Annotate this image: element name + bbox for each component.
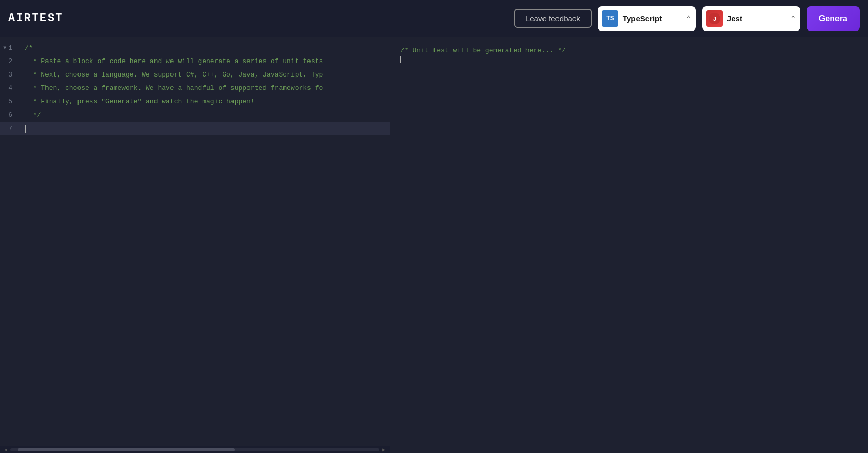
scrollbar-right-arrow[interactable]: ▶ [380, 447, 388, 452]
code-content-1: /* [21, 41, 33, 55]
framework-dropdown[interactable]: J Jest ⌃ [702, 6, 800, 31]
code-content-3: * Next, choose a language. We support C#… [21, 68, 323, 82]
language-label: TypeScript [623, 14, 683, 23]
code-line-4: 4 * Then, choose a framework. We have a … [0, 82, 390, 95]
line-number-2: 2 [0, 55, 21, 68]
scrollbar-left-arrow[interactable]: ◀ [2, 447, 9, 452]
fold-arrow-1: ▼ [3, 41, 6, 55]
code-content-5: * Finally, press "Generate" and watch th… [21, 95, 255, 109]
code-content-2: * Paste a block of code here and we will… [21, 55, 323, 68]
code-line-3: 3 * Next, choose a language. We support … [0, 68, 390, 82]
app-header: AIRTEST Leave feedback TS TypeScript ⌃ J… [0, 0, 868, 37]
svg-text:J: J [713, 15, 716, 21]
logo-air: AIR [8, 12, 32, 25]
framework-label: Jest [727, 14, 787, 23]
line-number-1: ▼ 1 [0, 41, 21, 55]
scrollbar-track[interactable] [10, 448, 379, 451]
main-content: ▼ 1 /* 2 * Paste a block of code here an… [0, 37, 868, 453]
output-cursor [400, 56, 401, 63]
line-number-4: 4 [0, 82, 21, 95]
generate-button[interactable]: Genera [807, 6, 860, 31]
code-line-7: 7 [0, 122, 390, 135]
code-editor-panel[interactable]: ▼ 1 /* 2 * Paste a block of code here an… [0, 37, 390, 453]
scrollbar-thumb[interactable] [18, 448, 235, 451]
logo-test: TEST [32, 12, 64, 25]
line-number-6: 6 [0, 109, 21, 122]
text-cursor [25, 125, 26, 133]
code-content-7 [21, 122, 26, 135]
header-controls: Leave feedback TS TypeScript ⌃ J Jest ⌃ … [514, 6, 860, 31]
app-logo: AIRTEST [8, 12, 63, 25]
output-placeholder-text: /* Unit test will be generated here... *… [400, 47, 566, 54]
line-number-5: 5 [0, 95, 21, 109]
code-content-4: * Then, choose a framework. We have a ha… [21, 82, 323, 95]
framework-chevron-down-icon: ⌃ [791, 14, 795, 23]
chevron-down-icon: ⌃ [686, 14, 690, 23]
line-number-7: 7 [0, 122, 21, 135]
line-number-3: 3 [0, 68, 21, 82]
editor-scrollbar[interactable]: ◀ ▶ [0, 446, 390, 453]
editor-lines: ▼ 1 /* 2 * Paste a block of code here an… [0, 37, 390, 446]
output-panel: /* Unit test will be generated here... *… [390, 37, 868, 453]
jest-icon: J [706, 10, 723, 27]
code-line-2: 2 * Paste a block of code here and we wi… [0, 55, 390, 68]
leave-feedback-button[interactable]: Leave feedback [514, 9, 592, 28]
code-line-6: 6 */ [0, 109, 390, 122]
language-dropdown[interactable]: TS TypeScript ⌃ [598, 6, 696, 31]
typescript-icon: TS [602, 10, 618, 27]
code-content-6: */ [21, 109, 41, 122]
code-line-1: ▼ 1 /* [0, 41, 390, 55]
code-line-5: 5 * Finally, press "Generate" and watch … [0, 95, 390, 109]
